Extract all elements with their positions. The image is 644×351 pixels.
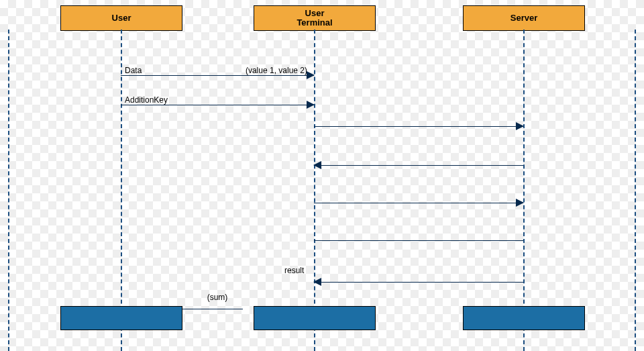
msg-server-to-terminal-1 — [314, 165, 523, 166]
msg-server-to-terminal-2 — [314, 240, 523, 241]
msg-result: result — [314, 282, 523, 283]
participant-user: User — [60, 5, 182, 31]
msg-sum-label: (sum) — [207, 293, 228, 302]
msg-sum: (sum) — [121, 303, 314, 304]
activation-terminal — [254, 306, 376, 330]
lifeline-server — [523, 30, 525, 351]
lifeline-extra-left — [8, 30, 9, 351]
msg-additionkey-label: AdditionKey — [125, 95, 168, 105]
msg-terminal-to-server-2 — [314, 203, 523, 203]
msg-data-label-left: Data — [125, 66, 142, 75]
msg-result-label: result — [284, 266, 304, 275]
activation-user — [60, 306, 182, 330]
arrow-right-icon — [516, 199, 524, 207]
msg-terminal-to-server-1 — [314, 126, 523, 127]
participant-user-label: User — [112, 13, 131, 23]
arrow-left-icon — [313, 278, 321, 286]
participant-server-label: Server — [511, 13, 537, 23]
activation-server — [463, 306, 585, 330]
msg-additionkey: AdditionKey — [121, 105, 314, 105]
arrow-right-icon — [307, 101, 315, 109]
participant-server: Server — [463, 5, 585, 31]
lifeline-extra-right — [635, 30, 636, 351]
participant-terminal-label: User Terminal — [297, 9, 332, 28]
arrow-right-icon — [307, 71, 315, 79]
arrow-left-icon — [313, 161, 321, 169]
msg-data: Data (value 1, value 2) — [121, 75, 314, 76]
participant-terminal: User Terminal — [254, 5, 376, 31]
arrow-right-icon — [516, 122, 524, 130]
msg-data-label-right: (value 1, value 2) — [246, 66, 307, 75]
